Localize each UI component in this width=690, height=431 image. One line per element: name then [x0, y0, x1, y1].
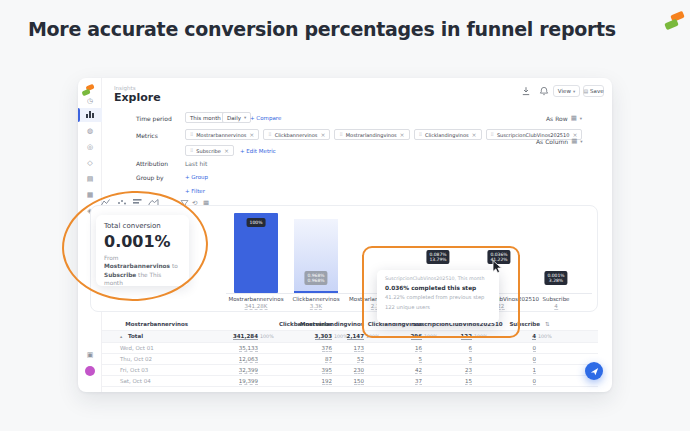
total-conversion-card: Total conversion 0.001% From Mostrarbann… — [96, 215, 189, 286]
save-icon: ▤ — [583, 88, 588, 94]
cell-pct: 100% — [538, 334, 558, 339]
diamond-icon[interactable]: ◇ — [78, 158, 102, 168]
funnel-badge-step2: 0.968%0.968% — [304, 271, 327, 285]
metric-chip[interactable]: ⠿Mostrarbannervinos× — [185, 129, 259, 140]
page-title: More accurate conversion percentages in … — [28, 18, 616, 40]
column-header[interactable]: Mostrarbannervinos — [118, 321, 188, 327]
funnel-step-label: Mostrarbannervinos — [228, 296, 283, 302]
sort-icon[interactable]: ⇅ — [545, 321, 550, 327]
table-cell[interactable]: 6 — [402, 345, 472, 351]
table-cell[interactable]: 19,399 — [188, 378, 258, 384]
metric-chip-label: Clicklandingvinos — [425, 132, 469, 138]
attribution-value[interactable]: Last hit — [185, 160, 207, 167]
total-row-label: Total — [128, 333, 143, 339]
metrics-label: Metrics — [136, 132, 158, 139]
view-button-label: View — [558, 88, 571, 94]
grid-icon: ▦ — [571, 114, 577, 122]
group-by-label: Group by — [136, 174, 164, 181]
send-icon — [590, 367, 599, 376]
funnel-step-value[interactable]: 4 — [554, 303, 558, 309]
metric-chip[interactable]: ⠿Clicklandingvinos× — [414, 129, 482, 140]
metric-chip-label: Mostrarlandingvinos — [346, 132, 397, 138]
filter-link[interactable]: + Filter — [185, 188, 205, 194]
history-icon[interactable]: ◷ — [78, 96, 102, 106]
save-button-label: Save — [590, 88, 604, 94]
granularity-select[interactable]: Daily▾ — [222, 112, 251, 123]
goals-icon[interactable]: ◍ — [78, 126, 102, 136]
table-cell[interactable]: 3 — [402, 356, 472, 362]
metric-chip[interactable]: ⠿Mostrarlandingvinos× — [334, 129, 409, 140]
metric-chip[interactable]: ⠿Clickbannervinos× — [263, 129, 330, 140]
table-row: Wed, Oct 01 35,133 376 173 16 6 0 — [102, 342, 598, 353]
funnel-badge-step4: 0.087%13.79% — [426, 250, 449, 264]
insights-chart-icon[interactable] — [86, 111, 94, 118]
metric-chip-label: Clickbannervinos — [275, 132, 318, 138]
table-cell[interactable]: 0 — [466, 356, 536, 362]
funnel-bar-step2[interactable] — [294, 291, 338, 293]
table-cell[interactable]: 32,399 — [188, 367, 258, 373]
table-cell[interactable]: 35,133 — [188, 345, 258, 351]
time-period-value: This month — [190, 115, 221, 121]
table-cell[interactable]: 23 — [402, 367, 472, 373]
metric-chip[interactable]: ⠿Subscribe× — [185, 145, 234, 156]
row-label: Thu, Oct 02 — [120, 356, 152, 362]
mouse-cursor-icon — [492, 260, 504, 274]
total-conversion-desc: From Mostrarbannervinos to Subscribe the… — [104, 254, 181, 288]
metric-chip-label: Subscribe — [196, 148, 221, 154]
row-label: Wed, Oct 01 — [120, 345, 154, 351]
drag-handle-icon[interactable]: ⠿ — [190, 132, 193, 137]
table-cell[interactable]: 0 — [466, 378, 536, 384]
drag-handle-icon[interactable]: ⠿ — [190, 148, 193, 153]
view-button[interactable]: View▾ — [553, 85, 580, 97]
close-icon[interactable]: × — [249, 131, 254, 138]
close-icon[interactable]: × — [320, 131, 325, 138]
table-cell[interactable]: 0 — [466, 345, 536, 351]
bell-icon[interactable] — [539, 86, 549, 96]
attribution-label: Attribution — [136, 160, 168, 167]
drag-handle-icon[interactable]: ⠿ — [491, 132, 494, 137]
granularity-value: Daily — [227, 115, 241, 121]
edit-metric-link[interactable]: + Edit Metric — [240, 148, 276, 154]
drag-handle-icon[interactable]: ⠿ — [419, 132, 422, 137]
avatar[interactable] — [85, 366, 95, 376]
cards-icon[interactable]: ▦ — [78, 190, 102, 200]
funnel-step-value[interactable]: 3.3K — [310, 303, 322, 309]
download-icon[interactable] — [521, 86, 531, 96]
tooltip-line3: 122 unique users — [385, 304, 491, 310]
as-row-control[interactable]: As Row▦▾ — [546, 114, 582, 122]
sidebar-active-bar — [78, 108, 80, 122]
tooltip-header: SuscripcionClubVinos202510, This month — [385, 276, 491, 281]
table-cell[interactable]: 1 — [466, 367, 536, 373]
as-column-control[interactable]: As Column▦▾ — [536, 137, 583, 145]
metric-chips-row2: ⠿Subscribe× — [185, 145, 234, 156]
app-page-title: Explore — [114, 91, 161, 104]
collapse-icon[interactable]: ▴ — [120, 334, 122, 339]
drag-handle-icon[interactable]: ⠿ — [268, 132, 271, 137]
table-cell[interactable]: 122 — [402, 333, 472, 339]
row-label: Fri, Oct 03 — [120, 367, 148, 373]
time-period-label: Time period — [136, 115, 172, 122]
table-cell[interactable]: 341,284 — [188, 333, 258, 339]
as-row-label: As Row — [546, 115, 568, 122]
table-header-row: Mostrarbannervinos Clickbannervinos Most… — [102, 319, 598, 330]
row-label: Sat, Oct 04 — [120, 378, 151, 384]
table-cell[interactable]: 12,063 — [188, 356, 258, 362]
save-button[interactable]: ▤Save — [583, 85, 604, 97]
metric-chips-row1: ⠿Mostrarbannervinos× ⠿Clickbannervinos× … — [185, 129, 582, 140]
funnel-step-value[interactable]: 341.28K — [245, 303, 268, 309]
table-cell[interactable]: 15 — [402, 378, 472, 384]
funnel-step-label: Clickbannervinos — [292, 296, 339, 302]
close-icon[interactable]: × — [472, 131, 477, 138]
close-icon[interactable]: × — [224, 147, 229, 154]
floating-action-button[interactable] — [585, 362, 603, 380]
table-row: Thu, Oct 02 12,063 87 52 5 3 0 — [102, 353, 598, 364]
group-link[interactable]: + Group — [185, 174, 208, 180]
drag-handle-icon[interactable]: ⠿ — [339, 132, 342, 137]
compare-link[interactable]: + Compare — [250, 115, 281, 121]
reports-icon[interactable]: ▤ — [78, 174, 102, 184]
close-icon[interactable]: × — [400, 131, 405, 138]
docs-icon[interactable]: ▣ — [78, 350, 102, 360]
target-icon[interactable]: ◎ — [78, 142, 102, 152]
table-cell[interactable]: 4 — [466, 333, 536, 339]
funnel-badge-step1: 100% — [247, 218, 266, 227]
